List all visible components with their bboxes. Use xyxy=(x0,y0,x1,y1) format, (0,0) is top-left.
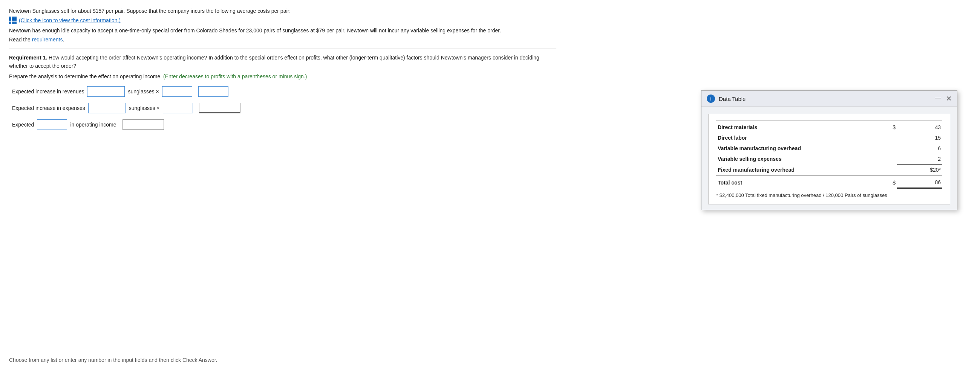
direct-materials-dollar: $ xyxy=(875,120,897,133)
fixed-mfg-label: Fixed manufacturing overhead xyxy=(716,165,875,176)
in-operating-income-label: in operating income xyxy=(70,122,116,128)
requirement-bold: Requirement 1. xyxy=(9,55,47,61)
table-row: Direct materials $ 43 xyxy=(716,120,942,133)
bottom-instruction: Choose from any list or enter any number… xyxy=(0,354,226,366)
read-requirements-row: Read the requirements. xyxy=(9,36,556,43)
var-selling-dollar xyxy=(875,154,897,165)
cost-info-link[interactable]: (Click the icon to view the cost informa… xyxy=(19,17,121,23)
read-text: Read the xyxy=(9,36,30,43)
expenses-price-input[interactable] xyxy=(163,103,193,113)
table-row: Direct labor 15 xyxy=(716,133,942,143)
total-cost-dollar: $ xyxy=(875,176,897,188)
revenues-quantity-input[interactable] xyxy=(87,86,125,97)
var-mfg-label: Variable manufacturing overhead xyxy=(716,143,875,154)
direct-materials-value: 43 xyxy=(897,120,942,133)
popup-title: Data Table xyxy=(719,96,746,102)
grid-icon[interactable] xyxy=(9,17,17,24)
requirement-section: Requirement 1. How would accepting the o… xyxy=(9,54,556,130)
var-selling-label: Variable selling expenses xyxy=(716,154,875,165)
expenses-label: Expected increase in expenses xyxy=(12,105,85,111)
operating-income-result-input[interactable] xyxy=(123,119,164,130)
fixed-mfg-dollar xyxy=(875,165,897,176)
table-row: Fixed manufacturing overhead $20* xyxy=(716,165,942,176)
popup-header: i Data Table — ✕ xyxy=(702,91,957,107)
revenues-result-input[interactable] xyxy=(198,86,228,97)
popup-header-left: i Data Table xyxy=(707,95,746,103)
popup-controls: — ✕ xyxy=(935,95,952,103)
var-mfg-dollar xyxy=(875,143,897,154)
revenues-result-group xyxy=(198,86,228,97)
expenses-unit: sunglasses × xyxy=(129,105,160,111)
requirement-title: Requirement 1. How would accepting the o… xyxy=(9,54,556,70)
form-rows: Expected increase in revenues sunglasses… xyxy=(12,86,556,130)
expected-label-prefix: Expected xyxy=(12,122,34,128)
var-mfg-value: 6 xyxy=(897,143,942,154)
var-selling-value: 2 xyxy=(897,154,942,165)
expenses-quantity-input[interactable] xyxy=(88,103,126,113)
expenses-result-group xyxy=(199,103,240,113)
operating-type-input[interactable] xyxy=(37,119,67,130)
table-row: Variable manufacturing overhead 6 xyxy=(716,143,942,154)
revenues-row: Expected increase in revenues sunglasses… xyxy=(12,86,556,97)
total-cost-row: Total cost $ 86 xyxy=(716,176,942,188)
intro-line2: Newtown has enough idle capacity to acce… xyxy=(9,26,556,35)
instruction-text: Prepare the analysis to determine the ef… xyxy=(9,73,556,79)
total-cost-value: 86 xyxy=(897,176,942,188)
revenues-unit: sunglasses × xyxy=(128,89,159,95)
fixed-mfg-value: $20* xyxy=(897,165,942,176)
operating-income-result-group xyxy=(123,119,164,130)
total-cost-label: Total cost xyxy=(716,176,875,188)
cost-data-table: Direct materials $ 43 Direct labor 15 Va… xyxy=(716,120,942,189)
revenues-label: Expected increase in revenues xyxy=(12,89,84,95)
close-button[interactable]: ✕ xyxy=(946,95,952,103)
expenses-result-input[interactable] xyxy=(199,103,240,113)
direct-labor-dollar xyxy=(875,133,897,143)
operating-income-row: Expected in operating income xyxy=(12,119,556,130)
table-row: Variable selling expenses 2 xyxy=(716,154,942,165)
popup-body: Direct materials $ 43 Direct labor 15 Va… xyxy=(708,114,950,204)
instruction-green: (Enter decreases to profits with a paren… xyxy=(163,73,307,79)
direct-materials-label: Direct materials xyxy=(716,120,875,133)
data-table-popup: i Data Table — ✕ Direct materials $ 43 D… xyxy=(701,90,958,210)
requirement-rest: How would accepting the order affect New… xyxy=(9,55,539,69)
minimize-button[interactable]: — xyxy=(935,95,941,102)
direct-labor-label: Direct labor xyxy=(716,133,875,143)
period: . xyxy=(62,36,64,43)
info-icon: i xyxy=(707,95,715,103)
footnote: * $2,400,000 Total fixed manufacturing o… xyxy=(716,192,942,198)
revenues-price-input[interactable] xyxy=(162,86,192,97)
intro-line1: Newtown Sunglasses sell for about $157 p… xyxy=(9,7,556,15)
direct-labor-value: 15 xyxy=(897,133,942,143)
requirements-link[interactable]: requirements xyxy=(32,36,63,43)
divider-1 xyxy=(9,49,556,49)
expenses-row: Expected increase in expenses sunglasses… xyxy=(12,103,556,113)
